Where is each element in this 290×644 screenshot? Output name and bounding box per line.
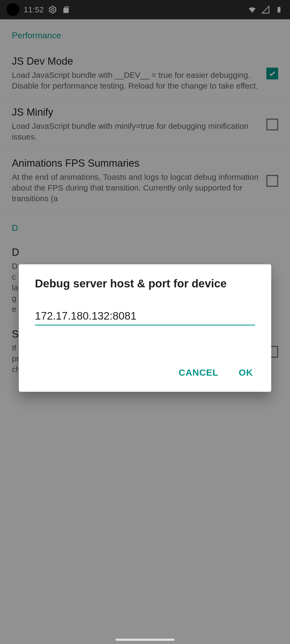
- ok-button[interactable]: OK: [237, 363, 255, 382]
- debug-server-dialog: Debug server host & port for device CANC…: [19, 264, 271, 392]
- nav-handle[interactable]: [115, 639, 175, 641]
- host-port-input[interactable]: [35, 309, 255, 325]
- cancel-button[interactable]: CANCEL: [176, 363, 220, 382]
- dialog-title: Debug server host & port for device: [35, 277, 255, 290]
- dialog-actions: CANCEL OK: [35, 363, 255, 382]
